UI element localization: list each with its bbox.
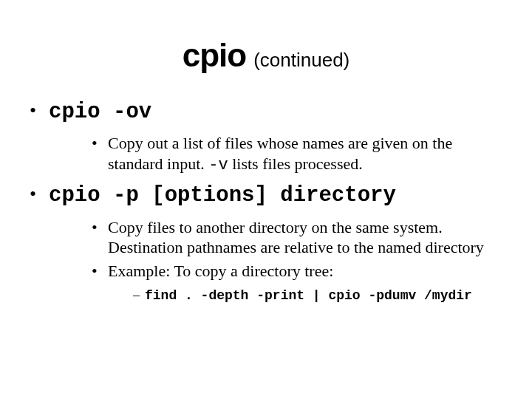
list-item: Copy out a list of files whose names are… (92, 133, 502, 175)
list-item: cpio -ov Copy out a list of files whose … (30, 99, 502, 175)
example-code: find . -depth -print | cpio -pdumv /mydi… (145, 288, 472, 303)
sub-list: Copy out a list of files whose names are… (49, 133, 502, 175)
list-item: find . -depth -print | cpio -pdumv /mydi… (133, 287, 502, 304)
desc-text: lists files processed. (228, 154, 363, 173)
slide: cpio (continued) cpio -ov Copy out a lis… (0, 0, 532, 399)
title-suffix: (continued) (253, 49, 349, 71)
list-item: Copy files to another directory on the s… (92, 217, 502, 258)
list-item: Example: To copy a directory tree: find … (92, 261, 502, 305)
command-text: cpio -p [options] directory (49, 183, 396, 208)
slide-title: cpio (continued) (30, 37, 502, 74)
command-text: cpio -ov (49, 100, 151, 124)
desc-text: Copy files to another directory on the s… (108, 218, 484, 257)
inline-code: -v (208, 156, 228, 174)
list-item: cpio -p [options] directory Copy files t… (30, 183, 502, 304)
bullet-list: cpio -ov Copy out a list of files whose … (30, 99, 502, 304)
sub-sub-list: find . -depth -print | cpio -pdumv /mydi… (108, 287, 502, 304)
desc-text: Example: To copy a directory tree: (108, 262, 333, 280)
title-main: cpio (183, 37, 246, 73)
sub-list: Copy files to another directory on the s… (49, 217, 502, 305)
